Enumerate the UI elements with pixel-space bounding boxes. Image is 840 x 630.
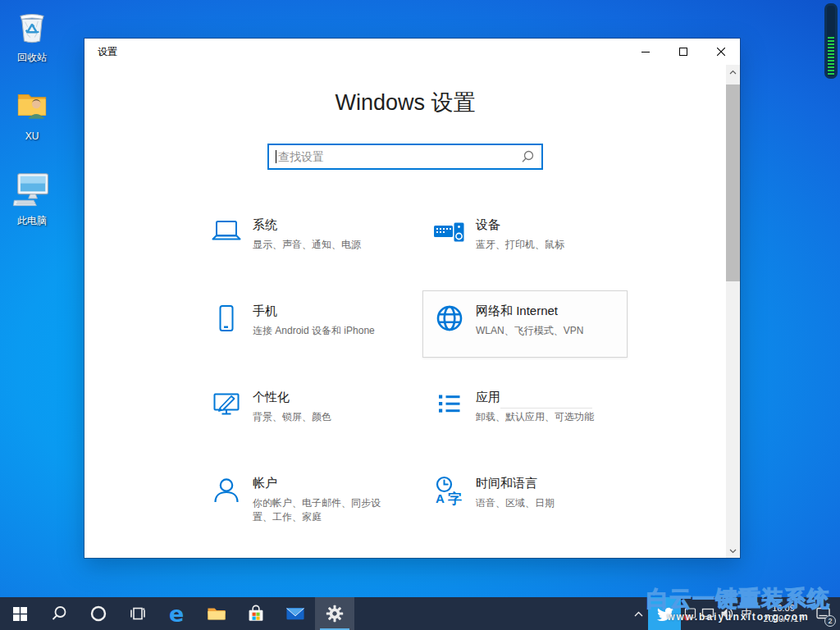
side-level-meter-fill [828, 35, 834, 75]
scrollbar-thumb[interactable] [726, 84, 740, 281]
tile-personalization[interactable]: 个性化 背景、锁屏、颜色 [199, 377, 422, 444]
time-language-icon: A 字 [433, 474, 466, 507]
apps-icon [433, 388, 466, 421]
desktop-icon-user-folder[interactable]: XU [6, 84, 58, 142]
settings-taskbar-button[interactable] [315, 597, 354, 630]
tile-desc: 你的帐户、电子邮件、同步设置、工作、家庭 [253, 496, 394, 524]
side-level-meter [824, 3, 838, 79]
tile-accounts[interactable]: 帐户 你的帐户、电子邮件、同步设置、工作、家庭 [199, 463, 422, 530]
system-icon [210, 216, 243, 249]
scroll-up-icon[interactable] [726, 65, 740, 79]
phone-icon [210, 302, 243, 335]
taskbar-clock[interactable]: 16:09 2020/7/17 [756, 597, 810, 630]
this-pc-icon [6, 167, 58, 212]
tile-desc: 蓝牙、打印机、鼠标 [476, 238, 564, 252]
desktop-icon-label: 回收站 [6, 52, 58, 63]
maximize-button[interactable] [664, 39, 702, 65]
taskbar-search-icon[interactable] [39, 597, 79, 630]
tile-desc: WLAN、飞行模式、VPN [476, 324, 583, 338]
tile-title: 个性化 [253, 390, 331, 405]
desktop-icon-label: 此电脑 [6, 215, 58, 226]
tile-desc: 语音、区域、日期 [476, 496, 555, 510]
window-scrollbar[interactable] [726, 65, 740, 558]
window-titlebar[interactable]: 设置 [84, 39, 740, 65]
tile-devices[interactable]: 设备 蓝牙、打印机、鼠标 [422, 204, 628, 272]
desktop-icon-recycle-bin[interactable]: 回收站 [6, 5, 58, 63]
clock-date: 2020/7/17 [764, 614, 804, 624]
tooltip-divider-line [500, 408, 592, 409]
tile-title: 网络和 Internet [476, 304, 583, 319]
start-button[interactable] [0, 597, 39, 630]
tray-app-notification-icon[interactable] [681, 597, 699, 630]
cortana-icon[interactable] [79, 597, 118, 630]
clock-time: 16:09 [764, 603, 804, 614]
tray-network-icon[interactable] [699, 597, 717, 630]
settings-window: 设置 Windows 设置 [84, 39, 740, 558]
file-explorer-icon[interactable] [197, 597, 236, 630]
svg-text:A: A [436, 491, 445, 505]
scroll-down-icon[interactable] [726, 544, 740, 558]
tile-phone[interactable]: 手机 连接 Android 设备和 iPhone [199, 290, 422, 358]
tile-system[interactable]: 系统 显示、声音、通知、电源 [199, 204, 422, 272]
tile-title: 设备 [476, 217, 564, 233]
page-title: Windows 设置 [84, 88, 726, 117]
tile-network-internet[interactable]: 网络和 Internet WLAN、飞行模式、VPN [422, 290, 628, 358]
tile-title: 时间和语言 [476, 476, 555, 491]
window-title: 设置 [84, 45, 627, 59]
minimize-button[interactable] [627, 39, 664, 65]
action-center-icon[interactable]: 2 [810, 597, 835, 630]
tile-desc: 背景、锁屏、颜色 [253, 410, 331, 424]
svg-text:字: 字 [448, 491, 462, 507]
tile-apps[interactable]: 应用 卸载、默认应用、可选功能 [422, 377, 628, 444]
tile-time-language[interactable]: A 字 时间和语言 语音、区域、日期 [422, 463, 628, 530]
volume-icon[interactable] [717, 597, 737, 630]
network-icon [433, 302, 466, 335]
tile-desc: 卸载、默认应用、可选功能 [476, 410, 594, 424]
tile-title: 应用 [476, 390, 594, 405]
accounts-icon [210, 474, 243, 507]
tile-desc: 连接 Android 设备和 iPhone [253, 324, 375, 338]
taskbar: e [0, 597, 840, 630]
personalization-icon [210, 388, 243, 421]
action-center-badge: 2 [824, 615, 836, 627]
mail-icon[interactable] [276, 597, 315, 630]
store-icon[interactable] [236, 597, 276, 630]
system-tray: 中 16:09 2020/7/17 2 [628, 597, 840, 630]
desktop-icon-label: XU [6, 130, 58, 142]
hidden-icons-chevron-icon[interactable] [628, 597, 648, 630]
svg-text:e: e [169, 602, 184, 625]
recycle-bin-icon [6, 5, 58, 49]
ime-indicator[interactable]: 中 [737, 597, 756, 630]
desktop-icon-this-pc[interactable]: 此电脑 [6, 167, 58, 226]
devices-icon [433, 216, 466, 249]
user-folder-icon [6, 84, 58, 128]
twitter-icon[interactable] [648, 597, 681, 630]
edge-icon[interactable]: e [158, 597, 197, 630]
settings-search-box[interactable] [267, 144, 543, 170]
tile-title: 手机 [253, 304, 375, 319]
tile-title: 帐户 [253, 476, 394, 491]
close-button[interactable] [702, 39, 740, 65]
settings-tile-grid: 系统 显示、声音、通知、电源 [199, 204, 726, 530]
search-input[interactable] [276, 150, 521, 163]
tile-title: 系统 [253, 217, 361, 233]
task-view-icon[interactable] [118, 597, 158, 630]
settings-content: Windows 设置 系统 [84, 65, 726, 558]
tile-desc: 显示、声音、通知、电源 [253, 238, 361, 252]
search-icon[interactable] [521, 150, 534, 163]
